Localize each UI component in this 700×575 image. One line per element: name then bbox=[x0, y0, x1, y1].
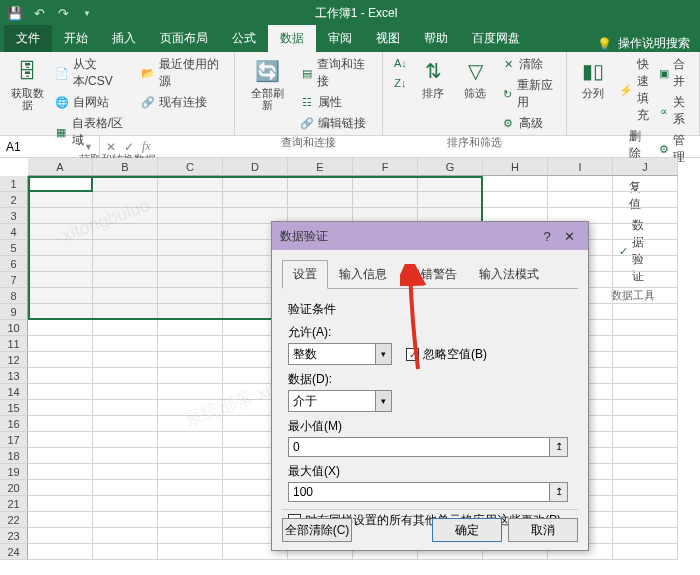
undo-icon[interactable]: ↶ bbox=[30, 4, 48, 22]
cell[interactable] bbox=[158, 512, 223, 528]
cell[interactable] bbox=[158, 224, 223, 240]
cell[interactable] bbox=[613, 192, 678, 208]
tab-pagelayout[interactable]: 页面布局 bbox=[148, 25, 220, 52]
cell[interactable] bbox=[158, 272, 223, 288]
cell[interactable] bbox=[158, 192, 223, 208]
tellme-text[interactable]: 操作说明搜索 bbox=[618, 35, 690, 52]
cell[interactable] bbox=[28, 512, 93, 528]
cell[interactable] bbox=[93, 480, 158, 496]
cell[interactable] bbox=[93, 288, 158, 304]
cell[interactable] bbox=[28, 384, 93, 400]
cell[interactable] bbox=[158, 528, 223, 544]
row-header[interactable]: 11 bbox=[0, 336, 28, 352]
column-header[interactable]: F bbox=[353, 158, 418, 176]
data-select[interactable]: 介于 ▾ bbox=[288, 390, 392, 412]
cell[interactable] bbox=[28, 448, 93, 464]
redo-icon[interactable]: ↷ bbox=[54, 4, 72, 22]
cell[interactable] bbox=[613, 336, 678, 352]
column-header[interactable]: B bbox=[93, 158, 158, 176]
row-header[interactable]: 17 bbox=[0, 432, 28, 448]
cell[interactable] bbox=[418, 176, 483, 192]
cell[interactable] bbox=[28, 544, 93, 560]
filter-button[interactable]: ▽ 筛选 bbox=[457, 55, 493, 101]
tab-file[interactable]: 文件 bbox=[4, 25, 52, 52]
cell[interactable] bbox=[613, 288, 678, 304]
cell[interactable] bbox=[158, 208, 223, 224]
cell[interactable] bbox=[223, 176, 288, 192]
text-to-columns-button[interactable]: ▮▯ 分列 bbox=[575, 55, 611, 101]
min-input[interactable] bbox=[288, 437, 550, 457]
cell[interactable] bbox=[93, 496, 158, 512]
dialog-tab-input[interactable]: 输入信息 bbox=[328, 260, 398, 289]
cell[interactable] bbox=[158, 176, 223, 192]
cell[interactable] bbox=[93, 512, 158, 528]
cell[interactable] bbox=[158, 432, 223, 448]
cancel-formula-icon[interactable]: ✕ bbox=[106, 140, 116, 154]
dialog-help-icon[interactable]: ? bbox=[536, 229, 558, 244]
cell[interactable] bbox=[93, 448, 158, 464]
column-header[interactable]: C bbox=[158, 158, 223, 176]
cell[interactable] bbox=[613, 384, 678, 400]
row-header[interactable]: 21 bbox=[0, 496, 28, 512]
cell[interactable] bbox=[93, 336, 158, 352]
consolidate[interactable]: ▣合并 bbox=[657, 55, 691, 91]
cell[interactable] bbox=[93, 416, 158, 432]
cell[interactable] bbox=[28, 416, 93, 432]
cell[interactable] bbox=[353, 176, 418, 192]
cell[interactable] bbox=[93, 544, 158, 560]
column-header[interactable]: G bbox=[418, 158, 483, 176]
tab-view[interactable]: 视图 bbox=[364, 25, 412, 52]
cancel-button[interactable]: 取消 bbox=[508, 518, 578, 542]
cell[interactable] bbox=[158, 400, 223, 416]
cell[interactable] bbox=[613, 448, 678, 464]
save-icon[interactable]: 💾 bbox=[6, 4, 24, 22]
cell[interactable] bbox=[483, 176, 548, 192]
allow-select[interactable]: 整数 ▾ bbox=[288, 343, 392, 365]
dialog-tab-ime[interactable]: 输入法模式 bbox=[468, 260, 550, 289]
cell[interactable] bbox=[288, 176, 353, 192]
edit-links[interactable]: 🔗编辑链接 bbox=[298, 114, 374, 133]
cell[interactable] bbox=[613, 256, 678, 272]
cell[interactable] bbox=[613, 480, 678, 496]
ok-button[interactable]: 确定 bbox=[432, 518, 502, 542]
cell[interactable] bbox=[28, 400, 93, 416]
cell[interactable] bbox=[28, 432, 93, 448]
tab-review[interactable]: 审阅 bbox=[316, 25, 364, 52]
cell[interactable] bbox=[158, 240, 223, 256]
row-header[interactable]: 20 bbox=[0, 480, 28, 496]
from-csv[interactable]: 📄从文本/CSV bbox=[53, 55, 133, 91]
cell[interactable] bbox=[93, 464, 158, 480]
row-header[interactable]: 24 bbox=[0, 544, 28, 560]
cell[interactable] bbox=[353, 192, 418, 208]
qat-dropdown-icon[interactable]: ▼ bbox=[78, 4, 96, 22]
row-header[interactable]: 18 bbox=[0, 448, 28, 464]
cell[interactable] bbox=[28, 240, 93, 256]
cell[interactable] bbox=[613, 368, 678, 384]
column-header[interactable]: A bbox=[28, 158, 93, 176]
dialog-tab-error[interactable]: 出错警告 bbox=[398, 260, 468, 289]
cell[interactable] bbox=[613, 496, 678, 512]
row-header[interactable]: 7 bbox=[0, 272, 28, 288]
sort-button[interactable]: ⇅ 排序 bbox=[415, 55, 451, 101]
cell[interactable] bbox=[93, 240, 158, 256]
cell[interactable] bbox=[93, 256, 158, 272]
tab-insert[interactable]: 插入 bbox=[100, 25, 148, 52]
flash-fill[interactable]: ⚡快速填充 bbox=[617, 55, 651, 125]
cell[interactable] bbox=[28, 192, 93, 208]
row-header[interactable]: 5 bbox=[0, 240, 28, 256]
cell[interactable] bbox=[158, 288, 223, 304]
range-picker-icon[interactable]: ↥ bbox=[550, 437, 568, 457]
cell[interactable] bbox=[613, 240, 678, 256]
cell[interactable] bbox=[613, 352, 678, 368]
cell[interactable] bbox=[93, 176, 158, 192]
tab-help[interactable]: 帮助 bbox=[412, 25, 460, 52]
cell[interactable] bbox=[158, 320, 223, 336]
queries[interactable]: ▤查询和连接 bbox=[298, 55, 374, 91]
cell[interactable] bbox=[158, 256, 223, 272]
properties[interactable]: ☷属性 bbox=[298, 93, 374, 112]
max-input[interactable] bbox=[288, 482, 550, 502]
tab-baidu[interactable]: 百度网盘 bbox=[460, 25, 532, 52]
cell[interactable] bbox=[93, 368, 158, 384]
cell[interactable] bbox=[158, 464, 223, 480]
cell[interactable] bbox=[28, 224, 93, 240]
